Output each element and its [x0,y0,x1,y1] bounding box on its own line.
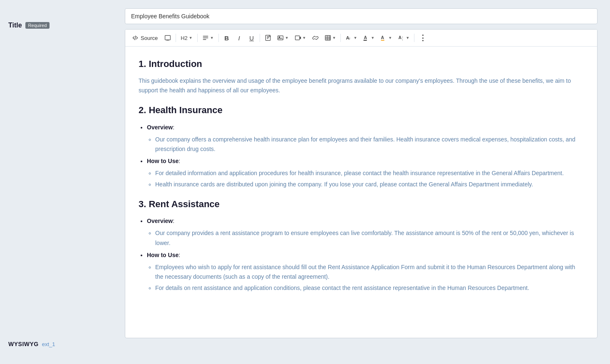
section-1-heading: 1. Introduction [139,57,584,71]
preview-button[interactable] [162,32,174,44]
svg-rect-8 [325,35,330,40]
table-button[interactable]: ▼ [322,32,339,44]
separator-2 [197,34,198,42]
format-chevron: ▼ [406,36,409,40]
source-button[interactable]: Source [129,32,161,44]
bold-label: B [224,35,229,42]
svg-rect-0 [165,35,171,40]
svg-text:↓: ↓ [402,37,404,41]
source-icon [132,35,139,41]
insert-image-icon [277,35,284,41]
how-to-use-label: How to Use [147,158,179,164]
font-color-button[interactable]: A ▼ [360,32,377,44]
title-label: Title [8,22,22,29]
title-label-row: Title Required [8,17,117,29]
how-to-use-label-2: How to Use [147,252,179,258]
format-button[interactable]: A ↑ ↓ ▼ [395,32,412,44]
highlight-button[interactable]: A ▼ [378,32,394,44]
highlight-chevron: ▼ [388,36,392,40]
svg-text:I: I [350,37,350,40]
link-button[interactable] [310,32,321,44]
text-size-icon: A I [345,35,352,41]
section-3-heading: 3. Rent Assistance [139,197,584,211]
text-size-button[interactable]: A I ▼ [343,32,360,44]
separator-6 [414,34,414,42]
list-item: Overview: Our company provides a rent as… [147,216,584,248]
align-chevron: ▼ [210,36,214,40]
link-icon [312,35,319,41]
highlight-icon: A [380,35,387,41]
preview-icon [164,35,171,41]
insert-video-icon [295,35,301,41]
align-dropdown[interactable]: ▼ [200,32,216,44]
table-chevron: ▼ [332,36,336,40]
list-item: How to Use: Employees who wish to apply … [147,250,584,293]
required-badge: Required [25,22,50,29]
list-item: For detailed information and application… [155,168,584,178]
svg-text:A: A [381,35,384,40]
image-chevron: ▼ [285,36,289,40]
section-3-list: Overview: Our company provides a rent as… [147,216,584,293]
ext-badge: ext_1 [42,341,55,347]
list-item: Employees who wish to apply for rent ass… [155,262,584,282]
list-item: Health insurance cards are distributed u… [155,180,584,189]
heading-dropdown[interactable]: H2 ▼ [178,32,195,44]
underline-label: U [249,35,254,42]
svg-rect-12 [364,40,367,41]
font-color-chevron: ▼ [371,36,374,40]
table-icon [325,35,331,41]
source-label: Source [141,35,158,41]
heading-label: H2 [181,35,188,41]
text-size-chevron: ▼ [353,36,357,40]
insert-video-button[interactable]: ▼ [292,32,309,44]
overview-label-2: Overview [147,218,173,224]
svg-rect-3 [203,39,206,40]
section-2-heading: 2. Health Insurance [139,103,584,117]
svg-rect-4 [265,35,270,41]
list-item: Overview: Our company offers a comprehen… [147,123,584,154]
editor-content-area[interactable]: 1. Introduction This guidebook explains … [125,47,597,338]
svg-text:A: A [364,35,367,40]
bold-button[interactable]: B [221,32,233,44]
insert-image-button[interactable]: ▼ [275,32,291,44]
font-color-icon: A [363,35,369,41]
editor-toolbar: Source H2 ▼ [125,30,597,47]
wysiwyg-label-row: WYSIWYG ext_1 [8,149,117,347]
list-item: For details on rent assistance and appli… [155,283,584,293]
svg-text:A: A [346,35,350,40]
list-item: How to Use: For detailed information and… [147,156,584,189]
separator-4 [260,34,260,42]
svg-rect-7 [295,36,299,40]
svg-text:A: A [399,35,402,40]
insert-file-icon [265,35,271,41]
more-options-button[interactable]: ⋮ [417,32,429,44]
more-options-label: ⋮ [419,33,427,42]
svg-rect-14 [381,40,384,41]
list-item: Our company offers a comprehensive healt… [155,135,584,154]
align-icon [202,35,209,41]
format-icon: A ↑ ↓ [398,35,404,41]
title-input[interactable] [125,8,598,24]
separator-3 [218,34,219,42]
overview-label: Overview [147,124,173,131]
underline-button[interactable]: U [246,32,258,44]
svg-rect-2 [203,37,208,38]
italic-label: I [238,35,240,42]
insert-file-button[interactable] [262,32,274,44]
video-chevron: ▼ [303,36,306,40]
list-item: Our company provides a rent assistance p… [155,228,584,248]
section-2-list: Overview: Our company offers a comprehen… [147,123,584,190]
wysiwyg-editor: Source H2 ▼ [125,29,598,338]
section-1-intro: This guidebook explains the overview and… [139,76,584,95]
heading-chevron: ▼ [189,36,193,40]
svg-rect-1 [203,36,208,37]
wysiwyg-label: WYSIWYG [8,341,39,347]
separator-5 [340,34,341,42]
separator-1 [176,34,176,42]
italic-button[interactable]: I [233,32,245,44]
